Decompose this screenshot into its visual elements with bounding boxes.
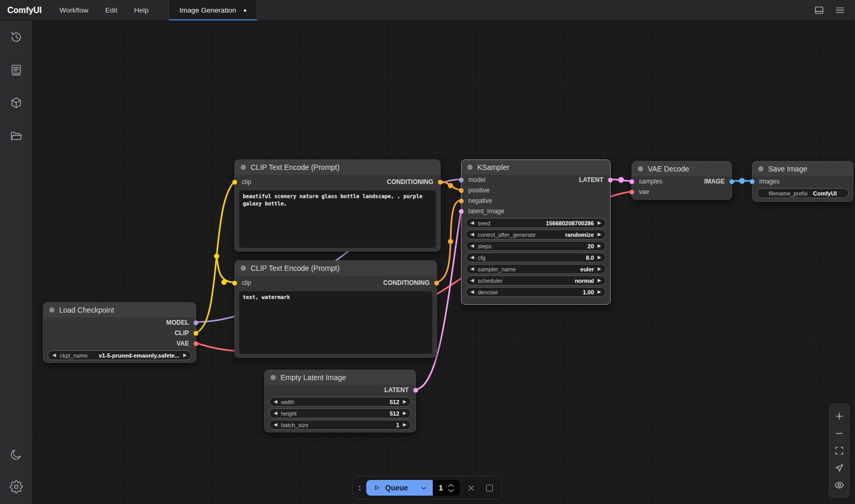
- output-port-clip[interactable]: [194, 331, 198, 336]
- input-port-vae[interactable]: [629, 190, 634, 194]
- sidebar-item-queue-history[interactable]: [8, 29, 24, 45]
- decrement-arrow-icon[interactable]: ◀: [470, 221, 474, 225]
- input-port-images[interactable]: [750, 179, 755, 184]
- node-clip-text-encode-positive[interactable]: CLIP Text Encode (Prompt) clip CONDITION…: [234, 159, 441, 251]
- input-port-positive[interactable]: [459, 188, 464, 193]
- node-header[interactable]: VAE Decode: [632, 162, 732, 176]
- menu-help[interactable]: Help: [126, 0, 157, 20]
- node-header[interactable]: Load Checkpoint: [43, 303, 196, 317]
- output-port-vae[interactable]: [194, 341, 198, 346]
- input-port-samples[interactable]: [629, 179, 634, 184]
- decrement-arrow-icon[interactable]: ◀: [470, 255, 474, 260]
- zoom-in-button[interactable]: [833, 409, 846, 423]
- output-port-model[interactable]: [194, 320, 198, 325]
- decrement-arrow-icon[interactable]: ◀: [274, 399, 277, 404]
- collapse-dot-icon[interactable]: [638, 166, 643, 171]
- menu-edit[interactable]: Edit: [97, 0, 126, 20]
- decrement-arrow-icon[interactable]: ◀: [470, 290, 474, 294]
- decrement-arrow-icon[interactable]: ◀: [470, 267, 474, 271]
- node-header[interactable]: Empty Latent Image: [265, 370, 415, 385]
- node-save-image[interactable]: Save Image images filename_prefix ComfyU…: [752, 161, 853, 202]
- decrement-arrow-icon[interactable]: ◀: [470, 278, 474, 283]
- widget-control-after-generate[interactable]: ◀ control_after_generate randomize ▶: [466, 230, 606, 239]
- decrement-arrow-icon[interactable]: ◀: [470, 244, 474, 248]
- sidebar-item-node-library[interactable]: [8, 62, 24, 78]
- unsaved-dot-icon[interactable]: ●: [243, 7, 246, 13]
- output-port-image[interactable]: [729, 179, 734, 184]
- widget-steps[interactable]: ◀ steps 20 ▶: [466, 241, 606, 251]
- node-clip-text-encode-negative[interactable]: CLIP Text Encode (Prompt) clip CONDITION…: [234, 260, 437, 358]
- node-load-checkpoint[interactable]: Load Checkpoint MODEL CLIP VAE ◀ ckpt_na…: [43, 302, 196, 363]
- widget-height[interactable]: ◀ height 512 ▶: [269, 408, 411, 418]
- widget-filename-prefix[interactable]: filename_prefix ComfyUI: [757, 188, 849, 198]
- prompt-textarea[interactable]: text, watermark: [239, 291, 432, 354]
- navigate-button[interactable]: [833, 461, 846, 475]
- decrement-arrow-icon[interactable]: ◀: [52, 353, 56, 358]
- input-port-negative[interactable]: [459, 199, 464, 203]
- widget-sampler-name[interactable]: ◀ sampler_name euler ▶: [466, 264, 606, 274]
- sidebar-item-model-library[interactable]: [8, 95, 24, 111]
- decrement-arrow-icon[interactable]: ◀: [274, 422, 277, 427]
- main-menu-button[interactable]: [832, 3, 848, 18]
- widget-seed[interactable]: ◀ seed 156680208700286 ▶: [466, 218, 606, 228]
- collapse-dot-icon[interactable]: [467, 165, 473, 170]
- drag-handle-icon[interactable]: [358, 486, 362, 490]
- increment-arrow-icon[interactable]: ▶: [598, 244, 601, 248]
- collapse-dot-icon[interactable]: [241, 266, 246, 271]
- clear-queue-button[interactable]: [465, 480, 478, 495]
- node-vae-decode[interactable]: VAE Decode samples IMAGE vae: [632, 161, 732, 200]
- prompt-textarea[interactable]: beautiful scenery nature glass bottle la…: [239, 190, 436, 248]
- node-ksampler[interactable]: KSampler model LATENT positive negative …: [461, 159, 611, 305]
- queue-options-button[interactable]: [414, 480, 433, 496]
- collapse-dot-icon[interactable]: [271, 375, 276, 380]
- output-port-latent[interactable]: [413, 388, 418, 393]
- output-port-conditioning[interactable]: [434, 281, 439, 285]
- collapse-dot-icon[interactable]: [49, 307, 54, 313]
- toggle-link-visibility-button[interactable]: [833, 478, 846, 492]
- batch-count-input[interactable]: 1: [433, 480, 460, 496]
- queue-button[interactable]: Queue: [366, 480, 414, 496]
- increment-arrow-icon[interactable]: ▶: [403, 399, 407, 404]
- decrement-arrow-icon[interactable]: ◀: [470, 232, 474, 237]
- output-port-latent[interactable]: [608, 178, 613, 182]
- input-port-latent-image[interactable]: [459, 209, 464, 214]
- tab-image-generation[interactable]: Image Generation ●: [169, 0, 257, 20]
- output-port-conditioning[interactable]: [438, 180, 443, 185]
- node-empty-latent-image[interactable]: Empty Latent Image LATENT ◀ width 512 ▶ …: [264, 370, 416, 432]
- input-port-clip[interactable]: [232, 281, 237, 285]
- count-up-icon[interactable]: [448, 484, 454, 487]
- zoom-out-button[interactable]: [833, 427, 846, 440]
- comfyui-logo[interactable]: ComfyUI: [0, 0, 51, 20]
- increment-arrow-icon[interactable]: ▶: [598, 267, 601, 271]
- settings-button[interactable]: [8, 479, 24, 495]
- input-port-clip[interactable]: [232, 180, 237, 185]
- node-canvas[interactable]: [32, 21, 855, 504]
- widget-batch-size[interactable]: ◀ batch_size 1 ▶: [269, 420, 411, 430]
- input-port-model[interactable]: [459, 178, 464, 182]
- bottom-panel-toggle-button[interactable]: [811, 3, 827, 18]
- increment-arrow-icon[interactable]: ▶: [403, 422, 407, 427]
- collapse-dot-icon[interactable]: [241, 165, 246, 170]
- node-header[interactable]: Save Image: [752, 162, 853, 176]
- sidebar-item-workflows[interactable]: [8, 128, 24, 144]
- node-header[interactable]: CLIP Text Encode (Prompt): [235, 261, 436, 276]
- menu-workflow[interactable]: Workflow: [51, 0, 97, 20]
- increment-arrow-icon[interactable]: ▶: [598, 232, 601, 237]
- increment-arrow-icon[interactable]: ▶: [598, 255, 601, 260]
- increment-arrow-icon[interactable]: ▶: [598, 221, 601, 225]
- node-header[interactable]: CLIP Text Encode (Prompt): [235, 160, 440, 175]
- increment-arrow-icon[interactable]: ▶: [598, 290, 601, 294]
- widget-scheduler[interactable]: ◀ scheduler normal ▶: [466, 276, 606, 285]
- increment-arrow-icon[interactable]: ▶: [598, 278, 601, 283]
- increment-arrow-icon[interactable]: ▶: [403, 411, 407, 416]
- decrement-arrow-icon[interactable]: ◀: [274, 411, 277, 416]
- widget-ckpt-name[interactable]: ◀ ckpt_name v1-5-pruned-emaonly.safete..…: [48, 350, 192, 360]
- widget-cfg[interactable]: ◀ cfg 8.0 ▶: [466, 253, 606, 262]
- fit-view-button[interactable]: [833, 444, 846, 457]
- increment-arrow-icon[interactable]: ▶: [183, 353, 187, 358]
- count-down-icon[interactable]: [448, 489, 454, 492]
- stop-button[interactable]: [482, 480, 496, 495]
- widget-denoise[interactable]: ◀ denoise 1.00 ▶: [466, 287, 606, 297]
- node-header[interactable]: KSampler: [462, 160, 610, 175]
- collapse-dot-icon[interactable]: [758, 166, 763, 171]
